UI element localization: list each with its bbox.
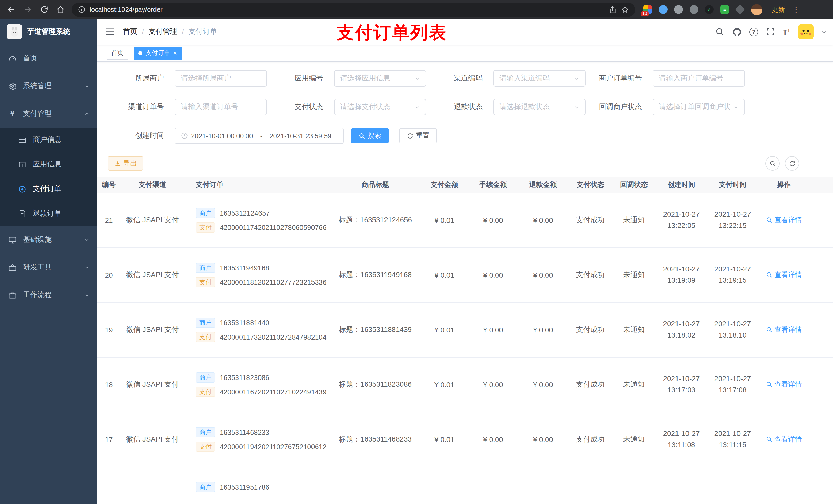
document-icon	[18, 209, 27, 218]
github-icon[interactable]	[732, 27, 742, 37]
refund-status-filter-select[interactable]: 请选择退款状态	[493, 99, 586, 115]
chevron-up-icon	[84, 111, 90, 117]
top-navbar: 首页 / 支付管理 / 支付订单 支付订单列表 ?	[97, 19, 833, 45]
clock-icon	[181, 132, 188, 139]
browser-update-button[interactable]: 更新	[771, 5, 785, 14]
payment-submenu: 商户信息 应用信息 支付订单	[0, 127, 97, 226]
extension-icon[interactable]: 10	[643, 5, 652, 14]
extension-icon[interactable]: ≡	[720, 5, 729, 14]
sidebar-item-label: 支付管理	[23, 109, 52, 118]
view-detail-link[interactable]: 查看详情	[766, 325, 802, 334]
address-bar[interactable]: localhost:1024/pay/order	[72, 2, 635, 17]
site-info-icon[interactable]	[78, 6, 86, 13]
cell-title: 标题：1635311823086	[330, 380, 420, 389]
cell-status: 支付成功	[569, 325, 612, 334]
view-detail-link[interactable]: 查看详情	[766, 270, 802, 280]
sidebar-item-label: 商户信息	[33, 135, 62, 144]
extension-icon[interactable]	[674, 5, 683, 14]
breadcrumb-home[interactable]: 首页	[123, 27, 137, 37]
reload-icon[interactable]	[37, 2, 51, 17]
sidebar-item-pay-order[interactable]: 支付订单	[0, 177, 97, 201]
cell-action: 查看详情	[758, 435, 833, 444]
app-logo[interactable]: 芋道管理系统	[0, 19, 97, 45]
chevron-down-icon	[84, 292, 90, 298]
avatar-caret-icon[interactable]	[821, 29, 827, 34]
tag-home[interactable]: 首页	[106, 46, 128, 60]
tag-pay-order[interactable]: 支付订单 ×	[134, 46, 182, 60]
help-icon[interactable]: ?	[749, 27, 758, 36]
pay-status-filter-select[interactable]: 请选择支付状态	[334, 99, 426, 115]
channel-order-no-filter-input[interactable]: 请输入渠道订单号	[175, 99, 267, 115]
sidebar-item-workflow[interactable]: 工作流程	[0, 281, 97, 309]
close-icon[interactable]: ×	[173, 50, 177, 56]
cell-pay-order: 商户 1635312124657 支付 42000011742021102780…	[185, 208, 330, 233]
refresh-icon[interactable]	[785, 156, 799, 171]
cell-action: 查看详情	[758, 325, 833, 335]
logo-avatar	[7, 24, 22, 40]
browser-profile-avatar[interactable]	[751, 4, 762, 15]
col-amount: 支付金额	[420, 180, 469, 189]
sidebar-item-system[interactable]: 系统管理	[0, 72, 97, 100]
pay-order-line: 支付 4200001167202110271022491439	[196, 387, 330, 397]
cell-status: 支付成功	[569, 435, 612, 444]
cell-pay-time: 2021-10-2713:17:08	[707, 374, 758, 396]
reset-button[interactable]: 重置	[399, 128, 437, 143]
sidebar-item-home[interactable]: 首页	[0, 45, 97, 72]
forward-icon[interactable]	[21, 2, 35, 17]
sidebar-item-label: 工作流程	[23, 290, 52, 299]
font-size-icon[interactable]: TT	[783, 28, 790, 35]
bookmark-star-icon[interactable]	[621, 5, 629, 14]
sidebar-item-refund-order[interactable]: 退款订单	[0, 201, 97, 226]
export-button[interactable]: 导出	[108, 156, 143, 171]
browser-menu-icon[interactable]: ⋮	[792, 5, 800, 14]
extension-icon[interactable]	[659, 5, 668, 14]
table-icon	[18, 160, 27, 169]
sidebar-item-dev-tools[interactable]: 研发工具	[0, 254, 97, 281]
cell-channel: 微信 JSAPI 支付	[120, 380, 185, 389]
col-pay-time: 支付时间	[707, 180, 758, 189]
breadcrumb-pay-mgmt[interactable]: 支付管理	[148, 27, 177, 37]
cell-create-time: 2021-10-2713:19:09	[656, 264, 707, 286]
search-button[interactable]: 搜索	[351, 128, 389, 143]
sidebar-item-infra[interactable]: 基础设施	[0, 226, 97, 254]
view-detail-link[interactable]: 查看详情	[766, 435, 802, 444]
share-icon[interactable]	[609, 5, 617, 14]
extension-pin-icon[interactable]	[735, 5, 745, 14]
create-time-range-picker[interactable]: 2021-10-01 00:00:00 - 2021-10-31 23:59:5…	[175, 127, 344, 144]
fullscreen-icon[interactable]	[766, 27, 775, 37]
merchant-order-line: 商户 1635311468233	[196, 427, 330, 437]
search-icon[interactable]	[715, 27, 724, 37]
user-avatar[interactable]	[798, 24, 813, 40]
home-icon[interactable]	[53, 2, 68, 17]
view-detail-link[interactable]: 查看详情	[766, 380, 802, 389]
pay-order-line: 支付 4200001194202110276752100612	[196, 441, 330, 452]
notify-status-filter-select[interactable]: 请选择订单回调商户状态	[653, 99, 745, 115]
table-header: 编号 支付渠道 支付订单 商品标题 支付金额 手续金额 退款金额 支付状态 回调…	[97, 177, 833, 193]
filter-row: 渠道订单号 请输入渠道订单号 支付状态 请选择支付状态 退款状态	[108, 99, 833, 115]
channel-code-filter-select[interactable]: 请输入渠道编码	[493, 70, 586, 87]
merchant-order-no-filter-input[interactable]: 请输入商户订单编号	[653, 70, 745, 87]
app-no-filter-select[interactable]: 请选择应用信息	[334, 70, 426, 87]
breadcrumb-separator: /	[182, 28, 184, 36]
card-icon	[18, 136, 27, 144]
extension-icon[interactable]	[690, 5, 698, 14]
back-icon[interactable]	[4, 2, 19, 17]
cell-action: 查看详情	[758, 270, 833, 280]
view-detail-link[interactable]: 查看详情	[766, 216, 802, 225]
sidebar-item-app-info[interactable]: 应用信息	[0, 152, 97, 177]
table-row: 17 微信 JSAPI 支付 商户 1635311468233 支付 42000…	[97, 412, 833, 467]
toggle-search-icon[interactable]	[765, 156, 780, 171]
sidebar-item-payment[interactable]: ¥ 支付管理	[0, 100, 97, 127]
cell-fee: ¥ 0.00	[469, 381, 518, 389]
cell-channel: 微信 JSAPI 支付	[120, 325, 185, 334]
date-start: 2021-10-01 00:00:00	[191, 132, 253, 140]
cell-pay-order: 商户 1635311949168 支付 42000011812021102777…	[185, 263, 330, 287]
merchant-filter-input[interactable]: 请选择所属商户	[175, 70, 267, 87]
extension-icon[interactable]: ✓	[705, 5, 714, 14]
merchant-order-line: 商户 1635311951786	[196, 482, 330, 492]
merchant-order-line: 商户 1635312124657	[196, 208, 330, 218]
sidebar-item-merchant-info[interactable]: 商户信息	[0, 127, 97, 152]
col-fee: 手续金额	[469, 180, 518, 189]
sidebar-toggle-icon[interactable]	[97, 27, 123, 37]
table-body: 21 微信 JSAPI 支付 商户 1635312124657 支付 42000…	[97, 193, 833, 504]
